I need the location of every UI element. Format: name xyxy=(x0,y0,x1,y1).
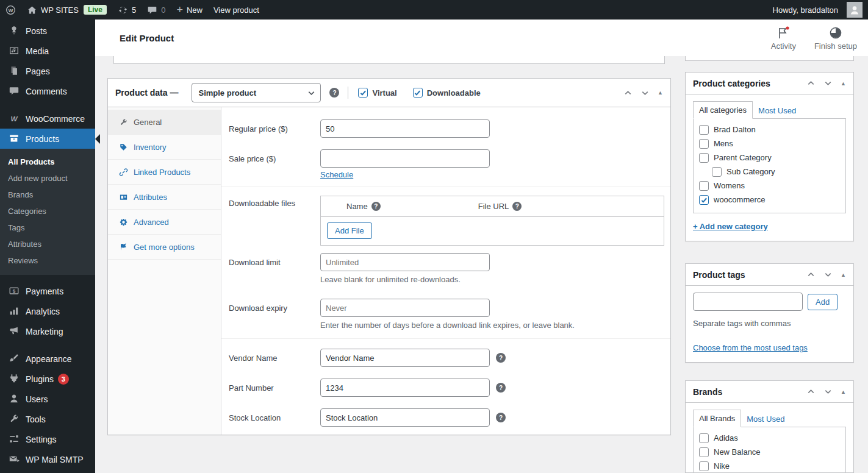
checkbox[interactable] xyxy=(699,433,709,443)
panel-controls xyxy=(806,387,846,396)
move-up-button[interactable] xyxy=(806,387,816,396)
sidebar-item-attributes[interactable]: Attributes xyxy=(0,236,95,252)
sidebar-item-categories[interactable]: Categories xyxy=(0,203,95,219)
choose-most-used-tags-link[interactable]: Choose from the most used tags xyxy=(693,343,808,352)
sidebar-item-payments[interactable]: $Payments xyxy=(0,281,95,301)
move-down-button[interactable] xyxy=(640,88,650,98)
category-item[interactable]: Parent Category xyxy=(699,153,840,163)
add-tag-button[interactable]: Add xyxy=(808,294,838,310)
sidebar-item-analytics[interactable]: Analytics xyxy=(0,301,95,321)
sidebar-item-all-products[interactable]: All Products xyxy=(0,149,95,170)
vendor-name-input[interactable] xyxy=(320,349,490,367)
virtual-checkbox-box[interactable] xyxy=(358,88,368,98)
category-item[interactable]: Womens xyxy=(699,181,840,191)
sidebar-item-media[interactable]: Media xyxy=(0,41,95,61)
product-type-select[interactable]: Simple product xyxy=(192,83,321,102)
sidebar-item-marketing[interactable]: Marketing xyxy=(0,321,95,341)
category-item[interactable]: woocommerce xyxy=(699,195,840,205)
sidebar-item-appearance[interactable]: Appearance xyxy=(0,349,95,369)
sidebar-item-reviews[interactable]: Reviews xyxy=(0,252,95,275)
collapse-toggle[interactable] xyxy=(841,389,846,395)
category-item[interactable]: Brad Dalton xyxy=(699,125,840,135)
downloadable-checkbox[interactable]: Downloadable xyxy=(413,88,481,98)
checkbox[interactable] xyxy=(699,461,709,471)
wordpress-menu[interactable]: W xyxy=(0,0,21,20)
checkbox[interactable] xyxy=(699,125,709,135)
comments-menu[interactable]: 0 xyxy=(142,0,171,20)
collapse-toggle[interactable] xyxy=(841,272,846,278)
tab-all-categories[interactable]: All categories xyxy=(693,101,753,119)
move-down-button[interactable] xyxy=(823,79,833,88)
sidebar-item-posts[interactable]: Posts xyxy=(0,21,95,41)
tab-advanced[interactable]: Advanced xyxy=(108,210,221,235)
tab-general[interactable]: General xyxy=(108,110,221,135)
page-title: Edit Product xyxy=(120,33,174,43)
category-item[interactable]: Mens xyxy=(699,139,840,149)
move-down-button[interactable] xyxy=(823,387,833,396)
checkbox[interactable] xyxy=(699,181,709,191)
sidebar-item-add-new-product[interactable]: Add new product xyxy=(0,170,95,187)
brand-item[interactable]: New Balance xyxy=(699,447,840,457)
files-table-header: Name File URL xyxy=(321,196,664,217)
site-menu[interactable]: WP SITES Live xyxy=(21,0,112,20)
tab-linked-products[interactable]: Linked Products xyxy=(108,160,221,185)
finish-setup-button[interactable]: Finish setup xyxy=(814,26,857,51)
sidebar-item-users[interactable]: Users xyxy=(0,389,95,409)
tab-inventory[interactable]: Inventory xyxy=(108,135,221,160)
sidebar-item-brands[interactable]: Brands xyxy=(0,187,95,203)
sidebar-item-tools[interactable]: Tools xyxy=(0,409,95,429)
product-type-value: Simple product xyxy=(198,88,256,98)
tab-attributes[interactable]: Attributes xyxy=(108,185,221,210)
download-limit-input[interactable] xyxy=(320,253,490,271)
sidebar-item-products[interactable]: Products xyxy=(0,129,95,149)
sidebar-item-comments[interactable]: Comments xyxy=(0,81,95,101)
account-menu[interactable]: Howdy, braddalton xyxy=(767,0,868,20)
new-content-menu[interactable]: New xyxy=(171,0,208,20)
sidebar-item-label: WP Mail SMTP xyxy=(26,455,84,464)
sale-price-input[interactable] xyxy=(320,149,490,168)
category-item-label: woocommerce xyxy=(714,195,766,205)
tab-most-used[interactable]: Most Used xyxy=(741,411,790,427)
move-down-button[interactable] xyxy=(823,270,833,279)
sidebar-item-settings[interactable]: Settings xyxy=(0,429,95,449)
sidebar-item-pages[interactable]: Pages xyxy=(0,61,95,81)
collapse-toggle[interactable] xyxy=(841,80,846,87)
collapse-toggle[interactable] xyxy=(658,90,663,96)
stock-location-input[interactable] xyxy=(320,408,490,427)
part-number-input[interactable] xyxy=(320,379,490,397)
move-up-button[interactable] xyxy=(806,79,816,88)
sidebar-item-wp-mail-smtp[interactable]: WP Mail SMTP xyxy=(0,449,95,469)
activity-button[interactable]: Activity xyxy=(771,26,796,51)
brand-item[interactable]: Nike xyxy=(699,461,840,471)
new-tag-input[interactable] xyxy=(693,293,803,311)
download-expiry-input[interactable] xyxy=(320,299,490,317)
virtual-checkbox[interactable]: Virtual xyxy=(358,88,396,98)
updates-menu[interactable]: 5 xyxy=(112,0,142,20)
downloadable-label: Downloadable xyxy=(427,88,481,98)
view-product-link[interactable]: View product xyxy=(208,0,265,20)
checkbox[interactable] xyxy=(712,167,722,177)
downloadable-checkbox-box[interactable] xyxy=(413,88,423,98)
checkbox[interactable] xyxy=(699,139,709,149)
add-new-category-link[interactable]: + Add new category xyxy=(693,222,768,231)
tab-most-used[interactable]: Most Used xyxy=(753,102,802,119)
tab-label: Attributes xyxy=(134,193,167,202)
category-item[interactable]: Sub Category xyxy=(712,167,840,177)
schedule-link[interactable]: Schedule xyxy=(320,170,353,179)
brand-item[interactable]: Adidas xyxy=(699,433,840,443)
refresh-icon xyxy=(118,5,128,15)
sidebar-item-label: Comments xyxy=(26,87,67,96)
checkbox[interactable] xyxy=(699,447,709,457)
move-up-button[interactable] xyxy=(806,270,816,279)
tab-all-brands[interactable]: All Brands xyxy=(693,410,741,427)
tab-get-more-options[interactable]: Get more options xyxy=(108,235,221,260)
checkbox[interactable] xyxy=(699,195,709,205)
category-item-label: Parent Category xyxy=(714,153,772,163)
sidebar-item-tags[interactable]: Tags xyxy=(0,219,95,236)
sidebar-item-plugins[interactable]: Plugins3 xyxy=(0,369,95,389)
add-file-button[interactable]: Add File xyxy=(327,222,372,239)
checkbox[interactable] xyxy=(699,153,709,163)
sidebar-item-woocommerce[interactable]: WWooCommerce xyxy=(0,108,95,129)
move-up-button[interactable] xyxy=(623,88,633,98)
regular-price-input[interactable] xyxy=(320,119,490,138)
